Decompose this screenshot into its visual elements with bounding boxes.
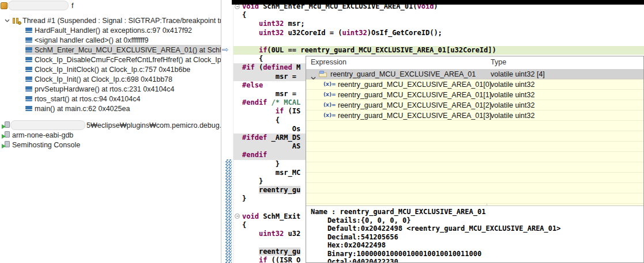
- detail-line: Name : reentry_guard_MCU_EXCLUSIVE_AREA_…: [311, 208, 643, 216]
- code-token: msr;: [284, 20, 304, 28]
- column-header-type[interactable]: Type: [491, 58, 506, 66]
- type-label: volatile uint32: [491, 81, 534, 89]
- popup-header: Expression Type: [306, 56, 643, 70]
- code-line[interactable]: {: [234, 11, 644, 20]
- empty-expression-row: [306, 152, 643, 162]
- thread-icon: [13, 17, 20, 24]
- expression-row[interactable]: (x)=reentry_guard_MCU_EXCLUSIVE_AREA_01[…: [306, 90, 643, 100]
- stack-frame-label: rtos_start() at rtos.c:94 0x4104c4: [35, 95, 140, 103]
- expression-label: reentry_guard_MCU_EXCLUSIVE_AREA_01[2]: [338, 101, 491, 109]
- code-line[interactable]: uint32 u32CoreId = (uint32)OsIf_GetCoreI…: [234, 29, 644, 37]
- type-label: volatile uint32: [491, 101, 534, 109]
- empty-expression-row: [306, 193, 643, 204]
- code-token: SchM_Exit: [259, 212, 300, 220]
- stack-frame-row[interactable]: Clock_Ip_Init() at Clock_Ip.c:698 0x41bb…: [25, 74, 221, 84]
- stack-frame-row[interactable]: Clock_Ip_InitClock() at Clock_Ip.c:757 0…: [25, 64, 221, 74]
- stack-frame-label: HardFault_Handler() at exceptions.c:97 0…: [35, 26, 192, 35]
- type-label: volatile uint32 [4]: [491, 70, 545, 78]
- process-row[interactable]: arm-none-eabi-gdb: [2, 130, 221, 140]
- redaction-scribble: [8, 1, 69, 10]
- code-line[interactable]: [234, 37, 644, 46]
- code-token: [242, 107, 276, 115]
- code-token: [242, 29, 259, 37]
- code-token: Os: [242, 125, 300, 133]
- code-token: defined: [263, 63, 292, 71]
- stack-frame-label: <signal handler called>() at 0xfffffff9: [35, 36, 148, 44]
- process-row[interactable]: 5₩eclipse₩plugins₩com.pemicro.debug.gdbj…: [2, 120, 221, 130]
- stack-frame-icon: [25, 56, 32, 63]
- code-token: #endif: [242, 151, 267, 159]
- code-token: [242, 247, 259, 256]
- code-token: {: [242, 221, 246, 229]
- range-indicator: [225, 159, 232, 263]
- detail-line: Hex:0x20422498: [311, 241, 643, 250]
- code-token: reentry_gu: [259, 247, 300, 256]
- process-row[interactable]: Semihosting Console: [2, 140, 221, 150]
- expression-row[interactable]: (x)=reentry_guard_MCU_EXCLUSIVE_AREA_01[…: [306, 79, 643, 90]
- instruction-pointer-icon: ⇨: [222, 45, 229, 54]
- stack-frame-icon: [25, 76, 32, 82]
- stack-frame-row[interactable]: rtos_start() at rtos.c:94 0x4104c4: [25, 94, 221, 104]
- stack-frame-row[interactable]: main() at main.c:62 0x4025ea: [25, 104, 221, 113]
- code-token: [242, 46, 259, 54]
- stack-frame-label: prvSetupHardware() at rtos.c:231 0x4104c…: [35, 85, 175, 93]
- fold-minus-icon[interactable]: [235, 214, 240, 219]
- expression-hover-popup: Expression Type reentry_guard_MCU_EXCLUS…: [306, 56, 644, 263]
- chevron-down-icon[interactable]: [5, 19, 10, 22]
- detail-line: Details:{0, 0, 0, 0}: [311, 216, 643, 225]
- code-token: uint32: [259, 20, 284, 28]
- expression-row[interactable]: reentry_guard_MCU_EXCLUSIVE_AREA_01volat…: [306, 69, 643, 79]
- code-token: (: [255, 63, 263, 71]
- variable-icon: (x)=: [323, 112, 336, 118]
- stack-frame-row[interactable]: prvSetupHardware() at rtos.c:231 0x4104c…: [25, 84, 221, 94]
- code-token: }: [242, 195, 246, 203]
- code-token: uint32: [259, 230, 284, 238]
- empty-expression-row: [306, 162, 643, 173]
- code-token: uint32: [259, 29, 284, 37]
- process-icon: [2, 131, 10, 139]
- detail-line: Default:0x20422498 <reentry_guard_MCU_EX…: [311, 224, 643, 233]
- code-token: /* MCAL: [272, 98, 301, 106]
- code-token: [242, 186, 259, 194]
- eclipse-debug-window: f Thread #1 (Suspended : Signal : SIGTRA…: [0, 0, 644, 263]
- stack-frame-row[interactable]: Clock_Ip_DisableCmuFcFceRefCntLfrefHfref…: [25, 55, 221, 64]
- column-header-expression[interactable]: Expression: [311, 58, 347, 66]
- code-token: {: [242, 11, 246, 19]
- expression-label: reentry_guard_MCU_EXCLUSIVE_AREA_01[0]: [338, 81, 491, 89]
- debug-view: f Thread #1 (Suspended : Signal : SIGTRA…: [0, 0, 221, 263]
- detail-pane: Name : reentry_guard_MCU_EXCLUSIVE_AREA_…: [306, 205, 643, 263]
- code-line[interactable]: uint32 msr;: [234, 20, 644, 28]
- process-label: 5₩eclipse₩plugins₩com.pemicro.debug.gdbj…: [86, 121, 221, 129]
- empty-expression-row: [306, 183, 643, 193]
- array-variable-icon: [319, 71, 327, 77]
- expression-row[interactable]: (x)=reentry_guard_MCU_EXCLUSIVE_AREA_01[…: [306, 100, 643, 110]
- current-debug-line[interactable]: if(0UL == reentry_guard_MCU_EXCLUSIVE_AR…: [234, 46, 644, 55]
- stack-frame-icon: [25, 27, 32, 33]
- code-token: }: [242, 160, 280, 168]
- expression-label: reentry_guard_MCU_EXCLUSIVE_AREA_01[3]: [338, 112, 491, 120]
- debug-target-label: f: [71, 2, 73, 10]
- code-token: [242, 256, 259, 263]
- empty-expression-row: [306, 131, 643, 142]
- stack-frame-row[interactable]: <signal handler called>() at 0xfffffff9: [25, 35, 221, 45]
- code-token: #endif: [242, 98, 267, 106]
- detail-line: Decimal:541205656: [311, 233, 643, 242]
- code-token: (0UL == reentry_guard_MCU_EXCLUSIVE_AREA…: [267, 46, 496, 54]
- stack-frame-label: Clock_Ip_Init() at Clock_Ip.c:698 0x41bb…: [35, 75, 172, 83]
- code-token: ((ISR_O: [267, 256, 300, 263]
- stack-frame-row[interactable]: HardFault_Handler() at exceptions.c:97 0…: [25, 25, 221, 35]
- process-label: Semihosting Console: [12, 141, 80, 149]
- code-token: [242, 20, 259, 28]
- expression-row[interactable]: (x)=reentry_guard_MCU_EXCLUSIVE_AREA_01[…: [306, 110, 643, 121]
- detail-line: Octal:04020422230: [311, 258, 643, 263]
- thread-row[interactable]: Thread #1 (Suspended : Signal : SIGTRAP:…: [5, 16, 221, 25]
- code-token: msr_MC: [242, 169, 300, 177]
- detail-line: Binary:100000010000100010010010011000: [311, 250, 643, 258]
- process-icon: [2, 121, 10, 129]
- code-token: if: [276, 107, 284, 115]
- code-token: {: [242, 116, 280, 124]
- code-token: {: [242, 55, 263, 63]
- stack-frame-row[interactable]: SchM_Enter_Mcu_MCU_EXCLUSIVE_AREA_01() a…: [25, 45, 221, 55]
- process-label: arm-none-eabi-gdb: [12, 131, 73, 139]
- debug-target-icon: [1, 2, 7, 9]
